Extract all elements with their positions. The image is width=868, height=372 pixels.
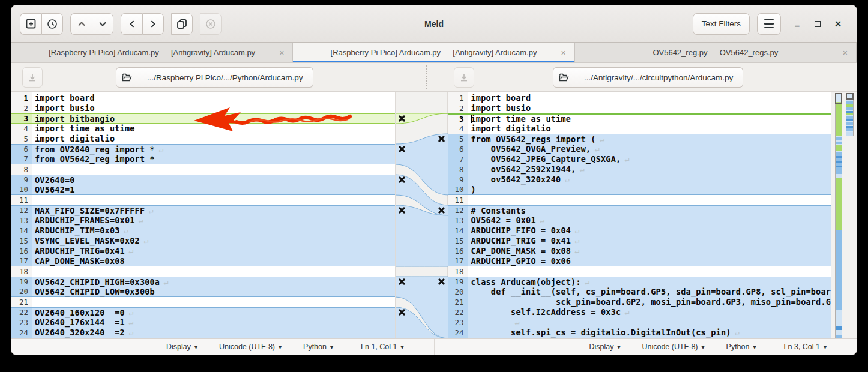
display-menu-right[interactable]: Display▾ bbox=[589, 343, 620, 351]
file-selector-left[interactable]: .../Raspberry Pi Pico/.../Python/Arducam… bbox=[116, 67, 313, 88]
delete-chunk-button-left[interactable] bbox=[397, 114, 407, 124]
code-line[interactable]: sck_pin=board.GP2, mosi_pin=board.GP3, m… bbox=[468, 297, 831, 307]
pane-splitter[interactable] bbox=[426, 65, 427, 89]
file-selector-right[interactable]: .../Antigravity/.../circuitpython/Arduca… bbox=[553, 67, 743, 88]
maximize-button[interactable] bbox=[807, 14, 828, 34]
code-line[interactable]: import time as utime bbox=[32, 124, 395, 134]
code-line[interactable]: OV5642 = 0x01↵ bbox=[468, 215, 831, 226]
code-line[interactable]: from OV2640_reg import *↵ bbox=[32, 144, 395, 154]
code-line[interactable]: class Arducam(object):↵ bbox=[468, 277, 831, 287]
code-line[interactable]: import time as utime bbox=[468, 113, 831, 124]
code-line[interactable]: import board bbox=[32, 93, 395, 103]
code-line[interactable]: OV2640=0 bbox=[32, 175, 395, 185]
code-line[interactable]: import busio bbox=[468, 103, 831, 113]
overview-maps[interactable] bbox=[831, 92, 857, 338]
code-line[interactable]: self.spi_cs.direction = digitalio.Direct… bbox=[468, 338, 831, 338]
code-line[interactable]: ) bbox=[468, 185, 831, 195]
push-left-button[interactable] bbox=[121, 13, 142, 35]
new-comparison-button[interactable] bbox=[20, 13, 41, 35]
code-line[interactable]: import busio bbox=[32, 103, 395, 113]
code-line[interactable]: OV5642=1 bbox=[32, 185, 395, 195]
code-line[interactable]: ARDUCHIP_TIM=0x03↵ bbox=[32, 226, 395, 236]
tab-arducam-2-active[interactable]: [Raspberry Pi Pico] Arducam.py — [Antigr… bbox=[293, 43, 574, 62]
previous-change-button[interactable] bbox=[70, 13, 92, 35]
code-line[interactable]: OV5642_CHIPID_LOW=0x300b bbox=[32, 287, 395, 297]
delete-chunk-button-left[interactable] bbox=[397, 206, 407, 215]
text-filters-button[interactable]: Text Filters bbox=[693, 13, 750, 35]
delete-chunk-button-right[interactable] bbox=[437, 277, 447, 287]
cursor-position-right[interactable]: Ln 3, Col 1▾ bbox=[784, 343, 827, 351]
overview-map[interactable] bbox=[846, 93, 854, 136]
code-line[interactable]: CAP_DONE_MASK=0x08 bbox=[32, 256, 395, 266]
tab-arducam-1[interactable]: [Raspberry Pi Pico] Arducam.py — [Antigr… bbox=[11, 43, 293, 62]
save-left-button[interactable] bbox=[22, 67, 43, 88]
code-line[interactable]: ARDUCHIP_TRIG = 0x41↵ bbox=[468, 236, 831, 246]
minimize-button[interactable]: – bbox=[787, 14, 807, 34]
delete-chunk-button-left[interactable] bbox=[397, 277, 407, 287]
line-number: 8 bbox=[448, 164, 468, 175]
code-line[interactable]: from OV5642_reg import * bbox=[32, 154, 395, 164]
delete-chunk-button-left[interactable] bbox=[397, 145, 407, 154]
overview-viewport-indicator[interactable] bbox=[835, 93, 842, 104]
code-line[interactable] bbox=[32, 297, 395, 307]
tab-close-icon[interactable]: × bbox=[843, 48, 848, 58]
primary-menu-button[interactable] bbox=[757, 13, 781, 35]
code-line[interactable]: CAP_DONE_MASK = 0x08↵ bbox=[468, 246, 831, 256]
code-pane-left[interactable]: import boardimport busioimport bitbangio… bbox=[32, 92, 395, 338]
close-button[interactable]: × bbox=[828, 14, 848, 34]
delete-chunk-button-left[interactable] bbox=[397, 175, 407, 185]
file-changes-button[interactable] bbox=[41, 13, 63, 35]
code-line[interactable]: ↵ bbox=[468, 317, 831, 328]
code-line[interactable] bbox=[32, 266, 395, 277]
code-line[interactable] bbox=[468, 195, 831, 205]
code-line[interactable]: import bitbangio bbox=[32, 113, 395, 124]
code-line[interactable]: ov5642_320x240↵ bbox=[468, 175, 831, 185]
line-numbers-left: 1234567891011121314151617181920212223242… bbox=[11, 92, 32, 338]
code-pane-right[interactable]: import boardimport busioimport time as u… bbox=[468, 92, 831, 338]
code-line[interactable]: ARDUCHIP_FRAMES=0x01↵ bbox=[32, 215, 395, 226]
code-line[interactable]: OV5642_QVGA_Preview,↵ bbox=[468, 144, 831, 154]
code-line[interactable]: ov5642_2592x1944,↵ bbox=[468, 164, 831, 175]
encoding-menu-left[interactable]: Unicode (UTF-8)▾ bbox=[219, 343, 282, 351]
code-line[interactable]: self.spi_cs = digitalio.DigitalInOut(cs_… bbox=[468, 328, 831, 338]
code-line[interactable]: ARDUCHIP_FIFO = 0x04↵ bbox=[468, 226, 831, 236]
stop-button[interactable] bbox=[200, 13, 222, 35]
code-line[interactable]: self.I2cAddress = 0x3c↵ bbox=[468, 307, 831, 317]
display-menu-left[interactable]: Display▾ bbox=[166, 343, 197, 351]
code-line[interactable]: OV5642_CHIPID_HIGH=0x300a↵ bbox=[32, 277, 395, 287]
tab-close-icon[interactable]: × bbox=[561, 48, 565, 58]
copy-button[interactable] bbox=[171, 13, 193, 35]
code-line[interactable]: import digitalio bbox=[468, 124, 831, 134]
tab-close-icon[interactable]: × bbox=[279, 48, 284, 58]
tab-ov5642[interactable]: OV5642_reg.py — OV5642_regs.py × bbox=[575, 43, 857, 62]
encoding-menu-right[interactable]: Unicode (UTF-8)▾ bbox=[642, 343, 704, 351]
overview-viewport-indicator[interactable] bbox=[846, 93, 854, 100]
code-line[interactable]: OV2640_176x144 =1↵ bbox=[32, 317, 395, 328]
code-line[interactable] bbox=[32, 164, 395, 175]
code-line[interactable]: def __init__(self, cs_pin=board.GP5, sda… bbox=[468, 287, 831, 297]
code-line[interactable]: import board bbox=[468, 93, 831, 103]
code-line[interactable]: ARDUCHIP_TRIG=0x41↵ bbox=[32, 246, 395, 256]
code-line[interactable]: # Constants bbox=[468, 205, 831, 215]
code-line[interactable]: OV2640_320x240 =2↵ bbox=[32, 328, 395, 338]
delete-chunk-button-right[interactable] bbox=[437, 206, 447, 215]
code-line[interactable]: from OV5642_regs import (↵ bbox=[468, 134, 831, 144]
next-change-button[interactable] bbox=[92, 13, 113, 35]
code-line[interactable]: OV2640_160x120 =0↵ bbox=[32, 307, 395, 317]
code-line[interactable]: OV5642_JPEG_Capture_QSXGA,↵ bbox=[468, 154, 831, 164]
code-line[interactable] bbox=[32, 195, 395, 205]
syntax-menu-right[interactable]: Python▾ bbox=[726, 343, 756, 351]
code-line[interactable]: OV2640_352x288 =3 bbox=[32, 338, 395, 338]
code-line[interactable]: import digitalio bbox=[32, 134, 395, 144]
overview-map[interactable] bbox=[835, 93, 842, 338]
code-line[interactable]: MAX_FIFO_SIZE=0x7FFFFF↵ bbox=[32, 205, 395, 215]
code-line[interactable] bbox=[468, 266, 831, 277]
cursor-position-left[interactable]: Ln 1, Col 1▾ bbox=[361, 343, 404, 351]
code-line[interactable]: VSYNC_LEVEL_MASK=0x02↵ bbox=[32, 236, 395, 246]
syntax-menu-left[interactable]: Python▾ bbox=[303, 343, 333, 351]
delete-chunk-button-left[interactable] bbox=[397, 308, 407, 317]
save-right-button[interactable] bbox=[454, 67, 474, 88]
code-line[interactable]: ARDUCHIP_GPIO = 0x06 bbox=[468, 256, 831, 266]
delete-chunk-button-right[interactable] bbox=[437, 134, 447, 144]
push-right-button[interactable] bbox=[142, 13, 164, 35]
